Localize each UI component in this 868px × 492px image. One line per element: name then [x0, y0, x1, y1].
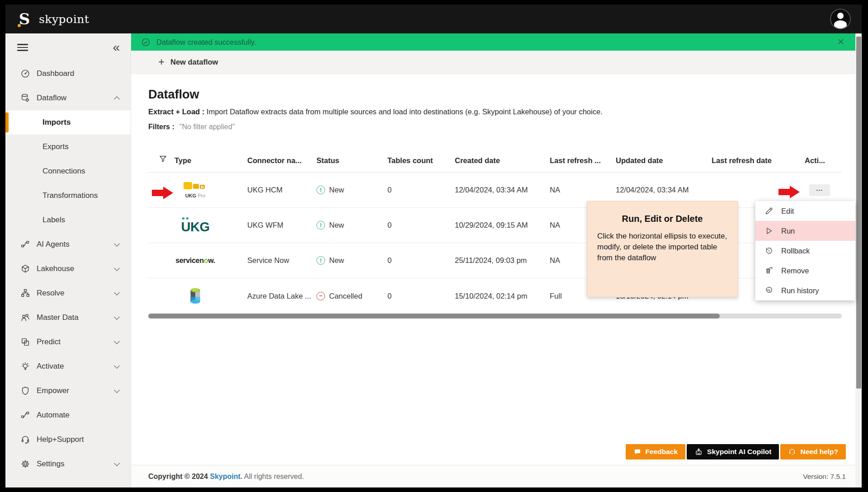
- horizontal-scrollbar[interactable]: [148, 314, 842, 319]
- vertical-scrollbar[interactable]: [855, 33, 862, 487]
- tables-count: 0: [387, 221, 455, 230]
- col-header-type: Type: [175, 156, 247, 165]
- menu-item-edit[interactable]: Edit: [755, 201, 855, 221]
- chevron-down-icon: [114, 460, 120, 466]
- master-data-icon: [20, 313, 30, 323]
- feedback-button[interactable]: Feedback: [626, 444, 686, 459]
- red-arrow-annotation: [152, 186, 174, 200]
- chevron-down-icon: [114, 241, 120, 247]
- created-date: 15/10/2024, 02:14 pm: [455, 292, 550, 300]
- sidebar-item-master-data[interactable]: Master Data: [5, 305, 131, 330]
- sidebar-item-label: Master Data: [37, 313, 79, 322]
- sidebar-item-label: Lakehouse: [37, 264, 74, 273]
- sidebar-item-lakehouse[interactable]: Lakehouse: [5, 257, 131, 281]
- need-help-button[interactable]: Need help?: [780, 444, 846, 459]
- dataflow-icon: [20, 93, 30, 103]
- col-header-status: Status: [316, 156, 387, 165]
- tables-count: 0: [387, 186, 455, 194]
- sidebar-item-label: Help+Support: [37, 435, 84, 444]
- col-header-last-refresh-type: Last refresh ...: [550, 156, 616, 165]
- chevron-down-icon: [114, 265, 120, 271]
- sidebar-item-dashboard[interactable]: Dashboard: [5, 61, 131, 86]
- col-header-updated-date: Updated date: [616, 156, 712, 165]
- created-date: 25/11/2024, 09:03 pm: [455, 256, 550, 265]
- sidebar-item-label: Dataflow: [37, 94, 66, 103]
- sidebar-item-automate[interactable]: Automate: [5, 403, 131, 427]
- avatar-person-icon: [837, 13, 844, 19]
- robot-icon: [694, 448, 703, 456]
- empower-shield-icon: [20, 386, 30, 396]
- check-circle-icon: [141, 37, 151, 47]
- sidebar-item-label: Imports: [42, 118, 71, 127]
- page-content: Dataflow Extract + Load : Import Dataflo…: [131, 88, 855, 319]
- vertical-scrollbar-thumb[interactable]: [856, 37, 861, 389]
- menu-item-run[interactable]: Run: [755, 221, 855, 241]
- top-bar: S skypoint: [5, 5, 862, 33]
- ukg-logo: UKG: [175, 217, 216, 234]
- chevron-up-icon: [114, 96, 120, 102]
- row-actions-button[interactable]: ⋯: [809, 184, 830, 196]
- filters-value: "No filter applied": [179, 123, 235, 131]
- page-title: Dataflow: [148, 88, 842, 102]
- sidebar-item-label: Resolve: [37, 289, 64, 298]
- sidebar-item-label: Dashboard: [37, 69, 74, 78]
- skypoint-logo-icon[interactable]: S: [15, 9, 33, 29]
- status-cancelled-icon: −: [316, 292, 325, 300]
- callout-body: Click the horizontal ellipsis to execute…: [597, 231, 727, 263]
- chevron-down-icon: [114, 290, 120, 295]
- pencil-icon: [764, 206, 774, 216]
- sidebar-item-settings[interactable]: Settings: [5, 452, 131, 476]
- logo-orange-dot: [18, 24, 21, 27]
- sidebar-item-resolve[interactable]: Resolve: [5, 281, 131, 305]
- sidebar-collapse-icon[interactable]: «: [113, 41, 120, 54]
- main-panel: Dataflow created successfully. ✕ + New d…: [131, 33, 855, 487]
- annotation-callout: Run, Edit or Delete Click the horizontal…: [587, 201, 738, 297]
- sidebar-item-labels[interactable]: Labels: [5, 208, 131, 232]
- footer: Copyright © 2024 Skypoint. All rights re…: [131, 465, 855, 487]
- status-new-icon: !: [316, 186, 325, 194]
- sidebar-item-label: AI Agents: [37, 240, 70, 249]
- sidebar-item-dataflow[interactable]: Dataflow: [5, 86, 131, 110]
- sidebar: « Dashboard Dataflow Imports Exports Con…: [5, 33, 131, 487]
- connector-name: UKG HCM: [247, 186, 316, 194]
- sidebar-item-label: Exports: [42, 142, 69, 151]
- filter-funnel-icon[interactable]: [159, 155, 175, 165]
- headset-icon: [788, 448, 796, 456]
- user-avatar[interactable]: [830, 9, 851, 29]
- activate-icon: [20, 361, 30, 372]
- menu-item-remove[interactable]: Remove: [755, 261, 855, 281]
- sidebar-item-ai-agents[interactable]: AI Agents: [5, 232, 131, 257]
- sidebar-item-empower[interactable]: Empower: [5, 379, 131, 403]
- sidebar-item-predict[interactable]: Predict: [5, 330, 131, 354]
- status-new-icon: !: [316, 221, 325, 230]
- history-clock-icon: [764, 286, 774, 295]
- sidebar-item-exports[interactable]: Exports: [5, 135, 131, 159]
- hamburger-menu-icon[interactable]: [17, 44, 28, 51]
- sidebar-item-connections[interactable]: Connections: [5, 159, 131, 183]
- sidebar-item-activate[interactable]: Activate: [5, 354, 131, 379]
- sidebar-item-help-support[interactable]: Help+Support: [5, 427, 131, 452]
- predict-icon: [20, 337, 30, 347]
- skypoint-ai-copilot-button[interactable]: Skypoint AI Copilot: [687, 444, 779, 459]
- rollback-icon: [764, 246, 774, 255]
- connector-name: Azure Data Lake ...: [247, 292, 316, 300]
- copyright-text: Copyright © 2024 Skypoint. All rights re…: [148, 473, 304, 481]
- menu-item-run-history[interactable]: Run history: [755, 281, 855, 300]
- sidebar-item-imports[interactable]: Imports: [5, 110, 131, 135]
- sidebar-item-transformations[interactable]: Transformations: [5, 183, 131, 208]
- close-icon[interactable]: ✕: [837, 37, 844, 47]
- plus-icon: +: [158, 56, 165, 67]
- skypoint-link[interactable]: Skypoint.: [210, 473, 242, 480]
- menu-item-rollback[interactable]: Rollback: [755, 241, 855, 261]
- sidebar-item-label: Predict: [37, 337, 61, 347]
- connector-name: UKG WFM: [247, 221, 316, 230]
- tables-count: 0: [387, 256, 455, 265]
- azure-data-lake-icon: [175, 287, 216, 305]
- help-buttons-bar: Feedback Skypoint AI Copilot Need help?: [626, 444, 846, 459]
- automate-icon: [20, 410, 30, 421]
- col-header-created-date: Created date: [455, 156, 550, 165]
- sidebar-item-label: Empower: [37, 386, 69, 395]
- red-arrow-annotation: [778, 185, 800, 199]
- horizontal-scrollbar-thumb[interactable]: [148, 314, 720, 319]
- new-dataflow-button[interactable]: New dataflow: [170, 58, 218, 66]
